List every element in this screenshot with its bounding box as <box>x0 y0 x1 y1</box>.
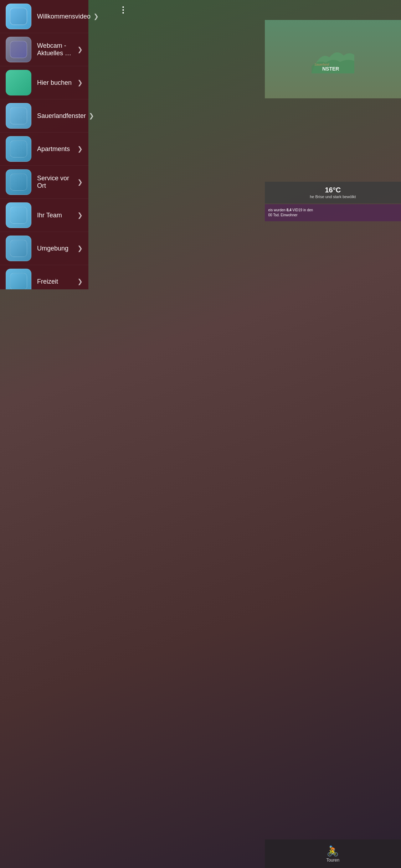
menu-icon-umgebung <box>6 236 31 261</box>
menu-icon-ihr-team <box>6 202 31 228</box>
menu-label-sauerlandfenster: Sauerlandfenster <box>37 112 86 120</box>
menu-icon-service-vor-ort <box>6 169 31 195</box>
menu-item-apartments[interactable]: Apartments❯ <box>0 133 88 166</box>
menu-chevron-ihr-team: ❯ <box>77 211 83 219</box>
menu-chevron-service-vor-ort: ❯ <box>77 178 83 186</box>
menu-chevron-sauerlandfenster: ❯ <box>89 112 94 120</box>
page: ⋮ NSTER Sauerland Willkommensvideo❯Webca… <box>0 0 134 289</box>
menu-label-webcam: Webcam - Aktuelles … <box>37 42 74 57</box>
menu-item-freizeit[interactable]: Freizeit❯ <box>0 265 88 289</box>
menu-item-hier-buchen[interactable]: Hier buchen❯ <box>0 66 88 99</box>
menu-item-ihr-team[interactable]: Ihr Team❯ <box>0 199 88 232</box>
menu-label-umgebung: Umgebung <box>37 245 74 252</box>
menu-chevron-hier-buchen: ❯ <box>77 79 83 87</box>
menu-icon-hier-buchen <box>6 70 31 95</box>
menu-label-hier-buchen: Hier buchen <box>37 79 74 87</box>
menu-label-service-vor-ort: Service vor Ort <box>37 175 74 190</box>
left-panel: Willkommensvideo❯Webcam - Aktuelles …❯Hi… <box>0 0 88 289</box>
menu-chevron-umgebung: ❯ <box>77 244 83 252</box>
header-bar: ⋮ <box>0 0 134 20</box>
menu-label-apartments: Apartments <box>37 145 74 153</box>
menu-label-freizeit: Freizeit <box>37 278 74 285</box>
menu-icon-webcam <box>6 37 31 62</box>
menu-label-ihr-team: Ihr Team <box>37 212 74 219</box>
menu-chevron-webcam: ❯ <box>77 46 83 53</box>
menu-chevron-apartments: ❯ <box>77 145 83 153</box>
menu-item-service-vor-ort[interactable]: Service vor Ort❯ <box>0 166 88 199</box>
menu-icon-sauerlandfenster <box>6 103 31 129</box>
menu-item-webcam[interactable]: Webcam - Aktuelles …❯ <box>0 33 88 66</box>
menu-item-sauerlandfenster[interactable]: Sauerlandfenster❯ <box>0 99 88 133</box>
menu-icon-apartments <box>6 136 31 162</box>
menu-list: Willkommensvideo❯Webcam - Aktuelles …❯Hi… <box>0 0 88 289</box>
more-button[interactable]: ⋮ <box>119 5 128 15</box>
menu-chevron-freizeit: ❯ <box>77 278 83 285</box>
menu-item-umgebung[interactable]: Umgebung❯ <box>0 232 88 265</box>
menu-icon-freizeit <box>6 269 31 289</box>
